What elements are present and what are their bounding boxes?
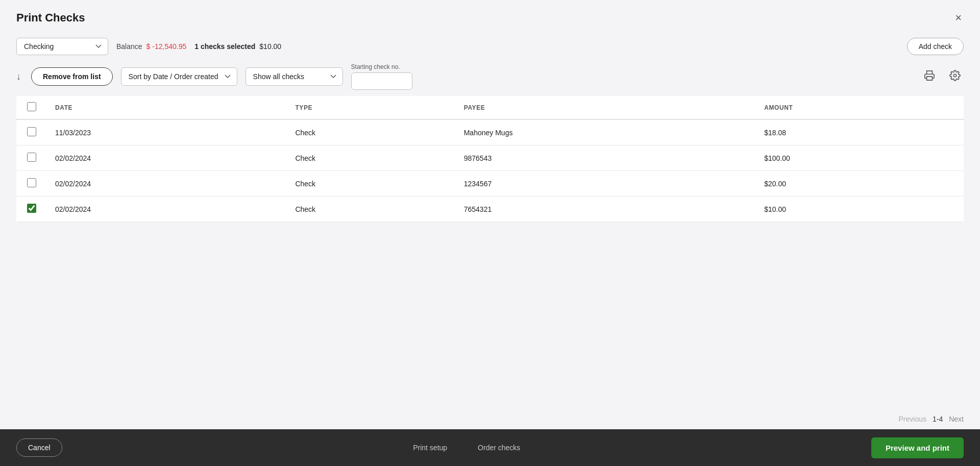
table-row: 02/02/2024Check7654321$10.00 (16, 197, 964, 222)
pagination-previous: Previous (899, 415, 926, 423)
row-checkbox-2[interactable] (27, 178, 36, 187)
row-amount-3: $10.00 (756, 197, 964, 222)
starting-check-label: Starting check no. (351, 63, 412, 70)
row-checkbox-cell-2 (16, 171, 47, 197)
row-checkbox-cell-3 (16, 197, 47, 222)
row-type-3: Check (287, 197, 455, 222)
table-header-row: DATE TYPE PAYEE AMOUNT (16, 96, 964, 119)
row-payee-3: 7654321 (456, 197, 756, 222)
row-checkbox-cell-1 (16, 145, 47, 171)
remove-from-list-button[interactable]: Remove from list (31, 67, 113, 86)
row-amount-0: $18.08 (756, 119, 964, 145)
balance-section: Balance $ -12,540.95 1 checks selected $… (116, 42, 899, 51)
row-type-2: Check (287, 171, 455, 197)
table-row: 11/03/2023CheckMahoney Mugs$18.08 (16, 119, 964, 145)
row-amount-2: $20.00 (756, 171, 964, 197)
payee-column-header: PAYEE (456, 96, 756, 119)
action-row: ↓ Remove from list Sort by Date / Order … (0, 63, 980, 96)
starting-check-input[interactable] (351, 72, 412, 90)
checks-amount: $10.00 (259, 42, 281, 51)
row-date-2: 02/02/2024 (47, 171, 287, 197)
row-date-3: 02/02/2024 (47, 197, 287, 222)
settings-icon-button[interactable] (946, 67, 964, 87)
pagination: Previous 1-4 Next (0, 409, 980, 429)
gear-icon (949, 70, 961, 81)
pagination-range: 1-4 (933, 415, 943, 423)
checks-selected-label: 1 checks selected (194, 42, 255, 51)
printer-icon (924, 70, 935, 81)
row-checkbox-cell-0 (16, 119, 47, 145)
print-icon-button[interactable] (921, 67, 938, 87)
svg-rect-0 (927, 76, 933, 80)
starting-check-group: Starting check no. (351, 63, 412, 90)
row-payee-2: 1234567 (456, 171, 756, 197)
account-select[interactable]: Checking Savings Money Market (16, 38, 108, 55)
order-checks-button[interactable]: Order checks (478, 444, 520, 452)
print-checks-modal: Print Checks × Checking Savings Money Ma… (0, 0, 980, 466)
checks-table-container: DATE TYPE PAYEE AMOUNT 11/03/2023CheckMa… (0, 96, 980, 409)
modal-footer: Cancel Print setup Order checks Preview … (0, 429, 980, 466)
balance-amount: $ -12,540.95 (146, 42, 187, 51)
row-payee-0: Mahoney Mugs (456, 119, 756, 145)
sort-select[interactable]: Sort by Date / Order created Sort by Amo… (121, 67, 237, 86)
row-amount-1: $100.00 (756, 145, 964, 171)
svg-point-1 (953, 74, 957, 77)
account-toolbar: Checking Savings Money Market Balance $ … (0, 34, 980, 63)
balance-label: Balance (116, 42, 142, 51)
date-column-header: DATE (47, 96, 287, 119)
checks-table: DATE TYPE PAYEE AMOUNT 11/03/2023CheckMa… (16, 96, 964, 222)
row-type-0: Check (287, 119, 455, 145)
modal-header: Print Checks × (0, 0, 980, 34)
amount-column-header: AMOUNT (756, 96, 964, 119)
row-date-1: 02/02/2024 (47, 145, 287, 171)
add-check-button[interactable]: Add check (907, 38, 964, 55)
row-checkbox-0[interactable] (27, 127, 36, 136)
table-row: 02/02/2024Check1234567$20.00 (16, 171, 964, 197)
select-all-header (16, 96, 47, 119)
close-button[interactable]: × (953, 10, 964, 26)
table-row: 02/02/2024Check9876543$100.00 (16, 145, 964, 171)
row-checkbox-3[interactable] (27, 204, 36, 213)
print-setup-button[interactable]: Print setup (413, 444, 447, 452)
row-date-0: 11/03/2023 (47, 119, 287, 145)
pagination-next[interactable]: Next (949, 415, 964, 423)
select-all-checkbox[interactable] (27, 102, 36, 111)
modal-title: Print Checks (16, 11, 85, 24)
preview-and-print-button[interactable]: Preview and print (871, 437, 964, 458)
type-column-header: TYPE (287, 96, 455, 119)
footer-center-links: Print setup Order checks (413, 444, 520, 452)
sort-direction-icon: ↓ (16, 71, 21, 82)
row-type-1: Check (287, 145, 455, 171)
cancel-button[interactable]: Cancel (16, 438, 62, 457)
show-checks-select[interactable]: Show all checks Show selected checks (246, 67, 343, 86)
account-selector-wrapper: Checking Savings Money Market (16, 38, 108, 55)
row-payee-1: 9876543 (456, 145, 756, 171)
row-checkbox-1[interactable] (27, 153, 36, 162)
